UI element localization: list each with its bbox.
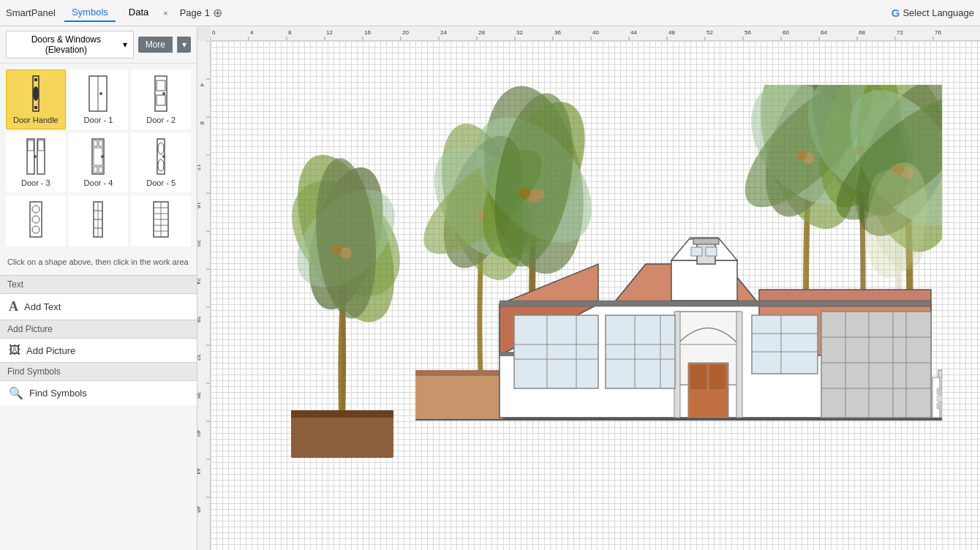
page-tab: Page 1 ⊕ (180, 6, 222, 20)
ruler-left-svg: 4 8 12 16 20 24 28 32 36 (197, 41, 211, 550)
find-symbols-section-header: Find Symbols (0, 362, 197, 381)
svg-rect-2 (34, 78, 37, 81)
svg-text:16: 16 (197, 202, 202, 208)
svg-rect-168 (706, 247, 717, 256)
house-elevation-drawing (284, 85, 942, 487)
svg-text:40: 40 (592, 29, 599, 36)
work-area[interactable]: 0 4 8 12 16 20 24 28 32 (197, 26, 980, 550)
symbol-door-6[interactable] (6, 195, 66, 246)
svg-point-29 (32, 216, 39, 223)
svg-rect-14 (38, 140, 44, 151)
symbol-door-handle[interactable]: Door Handle (6, 69, 66, 129)
door-2-icon (148, 75, 174, 113)
tab-data[interactable]: Data (121, 4, 156, 22)
add-page-button[interactable]: ⊕ (213, 6, 222, 20)
lang-label: Select Language (902, 7, 974, 18)
svg-rect-17 (94, 140, 97, 146)
add-text-button[interactable]: A Add Text (0, 294, 197, 320)
svg-rect-176 (514, 315, 598, 388)
more-button[interactable]: More (138, 37, 173, 53)
svg-text:16: 16 (364, 29, 371, 36)
symbol-door-2[interactable]: Door - 2 (131, 69, 191, 129)
svg-rect-167 (691, 247, 702, 256)
ruler-top-svg: 0 4 8 12 16 20 24 28 32 (211, 26, 980, 40)
symbol-label: Door - 1 (84, 116, 113, 124)
tab-symbols[interactable]: Symbols (64, 4, 116, 22)
symbol-door-7[interactable] (69, 195, 129, 246)
symbol-grid: Door Handle Door - 1 Door - (0, 64, 197, 252)
svg-rect-174 (690, 364, 707, 390)
svg-text:44: 44 (197, 468, 202, 475)
svg-rect-3 (34, 106, 37, 109)
left-panel: Doors & Windows (Elevation) ▾ More ▾ Doo… (0, 26, 197, 550)
symbol-label: Door - 3 (21, 178, 50, 187)
symbol-label: Door - 4 (84, 178, 113, 187)
door-7-icon (85, 200, 111, 238)
svg-point-30 (32, 226, 39, 233)
svg-rect-13 (28, 140, 34, 151)
svg-text:68: 68 (859, 29, 865, 36)
category-dropdown[interactable]: Doors & Windows (Elevation) ▾ (6, 31, 134, 59)
door-5-icon (148, 138, 174, 176)
symbol-label: Door - 5 (146, 178, 176, 187)
svg-point-129 (519, 187, 531, 199)
hint-text: Click on a shape above, then click in th… (0, 252, 197, 275)
svg-text:28: 28 (197, 316, 202, 323)
svg-text:12: 12 (326, 29, 333, 36)
svg-rect-166 (693, 238, 719, 244)
svg-text:12: 12 (197, 164, 202, 170)
svg-text:4: 4 (250, 29, 254, 36)
svg-text:72: 72 (897, 29, 903, 36)
svg-rect-161 (759, 301, 931, 306)
door-1-icon (85, 75, 111, 113)
svg-rect-190 (821, 312, 931, 418)
find-symbols-label: Find Symbols (29, 388, 87, 399)
tab-close-icon[interactable]: × (163, 9, 167, 18)
svg-point-22 (101, 155, 104, 158)
svg-point-116 (331, 244, 342, 255)
symbol-door-1[interactable]: Door - 1 (69, 69, 129, 129)
category-label: Doors & Windows (Elevation) (12, 34, 120, 55)
svg-text:40: 40 (197, 430, 202, 437)
symbol-door-3[interactable]: Door - 3 (6, 132, 66, 192)
svg-rect-18 (99, 140, 102, 146)
symbol-label: Door Handle (13, 116, 59, 124)
svg-point-115 (340, 247, 352, 259)
svg-text:24: 24 (197, 278, 202, 285)
ruler-left: 4 8 12 16 20 24 28 32 36 (197, 41, 211, 550)
svg-text:36: 36 (554, 29, 561, 36)
svg-rect-21 (99, 167, 102, 173)
door-handle-icon (23, 75, 49, 113)
palm-tree-left-large (284, 142, 422, 436)
svg-rect-11 (27, 139, 34, 174)
symbol-door-5[interactable]: Door - 5 (131, 132, 191, 192)
symbol-label: Door - 2 (146, 116, 176, 124)
svg-point-10 (162, 92, 165, 95)
select-language-button[interactable]: G Select Language (892, 7, 974, 19)
svg-rect-202 (937, 396, 942, 402)
svg-rect-27 (30, 202, 42, 237)
svg-point-24 (158, 143, 164, 154)
symbol-door-8[interactable] (131, 195, 191, 246)
svg-text:48: 48 (197, 506, 202, 513)
dropdown-arrow-icon: ▾ (123, 39, 127, 50)
text-icon: A (9, 299, 18, 314)
svg-rect-186 (752, 315, 818, 374)
app-title: SmartPanel (6, 7, 56, 18)
svg-rect-12 (37, 139, 45, 174)
canvas-area[interactable] (211, 41, 980, 550)
svg-point-130 (535, 189, 545, 200)
svg-text:32: 32 (197, 354, 202, 361)
svg-rect-172 (736, 312, 742, 418)
door-4-icon (85, 138, 111, 176)
find-symbols-button[interactable]: 🔍 Find Symbols (0, 381, 197, 405)
symbol-door-4[interactable]: Door - 4 (69, 132, 129, 192)
add-picture-label: Add Picture (26, 345, 75, 356)
door-8-icon (148, 200, 174, 238)
more-dropdown-arrow[interactable]: ▾ (177, 37, 191, 53)
svg-rect-118 (291, 410, 393, 418)
svg-text:52: 52 (706, 29, 713, 36)
ruler-top: 0 4 8 12 16 20 24 28 32 (211, 26, 980, 41)
svg-rect-20 (94, 167, 97, 173)
add-picture-button[interactable]: 🖼 Add Picture (0, 339, 197, 362)
